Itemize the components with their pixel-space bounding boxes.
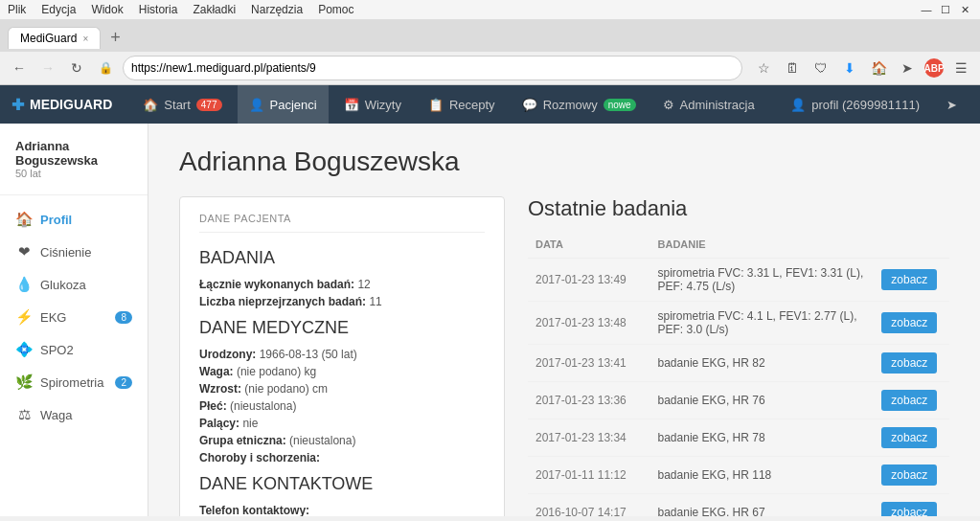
shield-icon[interactable]: 🛡 <box>809 57 832 79</box>
menu-historia[interactable]: Historia <box>139 3 178 16</box>
menu-zakladki[interactable]: Zakładki <box>193 3 236 16</box>
sidebar-item-spo2[interactable]: 💠 SPO2 <box>0 333 148 366</box>
bookmark-icon[interactable]: ☆ <box>752 57 775 79</box>
main-content: Adrianna Boguszewska Dane Pacjenta BADAN… <box>148 124 980 516</box>
back-button[interactable]: ← <box>8 57 31 79</box>
see-button-1[interactable]: zobacz <box>881 312 937 333</box>
nav-administracja[interactable]: ⚙ Administracja <box>651 85 766 124</box>
sidebar-item-spirometria[interactable]: 🌿 Spirometria 2 <box>0 366 148 398</box>
abp-icon[interactable]: ABP <box>924 58 944 78</box>
lock-icon: 🔒 <box>94 57 117 79</box>
table-row: 2017-01-23 13:34 badanie EKG, HR 78 zoba… <box>528 419 949 457</box>
cell-action: zobacz <box>874 259 949 302</box>
home-icon[interactable]: 🏠 <box>867 57 890 79</box>
address-input[interactable] <box>123 56 742 80</box>
studies-table: DATA BADANIE 2017-01-23 13:49 spirometri… <box>528 235 949 516</box>
see-button-2[interactable]: zobacz <box>881 352 937 374</box>
waga-icon: ⚖ <box>15 406 33 423</box>
cell-action: zobacz <box>874 494 949 517</box>
recent-studies: Ostatnie badania DATA BADANIE 2017-01-23… <box>528 196 949 516</box>
see-button-6[interactable]: zobacz <box>881 502 937 516</box>
dane-kontaktowe-heading: DANE KONTAKTOWE <box>199 474 485 494</box>
forward-button[interactable]: → <box>36 57 59 79</box>
nav-profil[interactable]: 👤 profil (2699981111) <box>779 85 931 124</box>
wizyty-icon: 📅 <box>344 98 359 112</box>
sidebar-item-ekg[interactable]: ⚡ EKG 8 <box>0 301 148 333</box>
table-row: 2017-01-23 13:49 spirometria FVC: 3.31 L… <box>528 259 949 302</box>
col-badanie: BADANIE <box>650 235 875 259</box>
table-row: 2016-10-07 14:17 badanie EKG, HR 67 zoba… <box>528 494 949 517</box>
nav-pacjenci[interactable]: 👤 Pacjenci <box>238 85 329 124</box>
ekg-icon: ⚡ <box>15 308 33 326</box>
logo-text: MEDIGUARD <box>30 97 112 112</box>
cell-action: zobacz <box>874 345 949 382</box>
menu-pomoc[interactable]: Pomoc <box>318 3 353 16</box>
cell-badanie: spirometria FVC: 4.1 L, FEV1: 2.77 (L), … <box>650 302 875 345</box>
close-button[interactable]: ✕ <box>957 2 972 17</box>
sidebar-item-glukoza[interactable]: 💧 Glukoza <box>0 268 148 301</box>
cell-date: 2017-01-23 13:49 <box>528 259 650 302</box>
sidebar-item-waga[interactable]: ⚖ Waga <box>0 398 148 431</box>
nav-start[interactable]: 🏠 Start 477 <box>131 85 233 124</box>
profil-sidebar-icon: 🏠 <box>15 211 33 228</box>
tab-bar: MediGuard × + <box>0 20 980 52</box>
card-title: Dane Pacjenta <box>199 213 485 233</box>
cell-badanie: badanie EKG, HR 78 <box>650 419 875 457</box>
home-nav-icon: 🏠 <box>143 98 158 112</box>
spirometria-icon: 🌿 <box>15 374 33 391</box>
see-button-5[interactable]: zobacz <box>881 464 937 486</box>
rozmowy-icon: 💬 <box>522 98 537 112</box>
app-nav: ✚ MEDIGUARD 🏠 Start 477 👤 Pacjenci 📅 Wiz… <box>0 85 980 124</box>
nav-share-icon[interactable]: ➤ <box>935 85 969 124</box>
menu-narzedzia[interactable]: Narzędzia <box>251 3 303 16</box>
nav-rozmowy[interactable]: 💬 Rozmowy nowe <box>511 85 648 124</box>
address-bar: ← → ↻ 🔒 ☆ 🗓 🛡 ⬇ 🏠 ➤ ABP ☰ <box>0 52 980 85</box>
minimize-button[interactable]: — <box>919 2 934 17</box>
main-layout: Adrianna Boguszewska 50 lat 🏠 Profil ❤ C… <box>0 124 980 516</box>
cell-badanie: badanie EKG, HR 118 <box>650 457 875 494</box>
reload-button[interactable]: ↻ <box>65 57 88 79</box>
menu-edycja[interactable]: Edycja <box>41 3 76 16</box>
nav-recepty[interactable]: 📋 Recepty <box>417 85 507 124</box>
two-col-layout: Dane Pacjenta BADANIA Łącznie wykonanych… <box>179 196 949 516</box>
dane-medyczne-heading: DANE MEDYCZNE <box>199 318 485 338</box>
cell-action: zobacz <box>874 419 949 457</box>
plec-row: Płeć: (nieustalona) <box>199 399 485 413</box>
telefon-row: Telefon kontaktowy: <box>199 504 485 516</box>
cell-badanie: spirometria FVC: 3.31 L, FEV1: 3.31 (L),… <box>650 259 875 302</box>
cell-date: 2017-01-23 13:41 <box>528 345 650 382</box>
new-tab-button[interactable]: + <box>103 24 128 52</box>
plus-icon: ✚ <box>11 96 24 114</box>
cell-badanie: badanie EKG, HR 82 <box>650 345 875 382</box>
tab-close-button[interactable]: × <box>82 34 88 44</box>
see-button-4[interactable]: zobacz <box>881 427 937 448</box>
nieprzejrzanych-row: Liczba nieprzejrzanych badań: 11 <box>199 295 485 308</box>
history-icon[interactable]: 🗓 <box>781 57 804 79</box>
sidebar: Adrianna Boguszewska 50 lat 🏠 Profil ❤ C… <box>0 124 148 516</box>
table-row: 2017-01-23 13:41 badanie EKG, HR 82 zoba… <box>528 345 949 382</box>
download-icon[interactable]: ⬇ <box>838 57 861 79</box>
cell-date: 2017-01-11 11:12 <box>528 457 650 494</box>
maximize-button[interactable]: ☐ <box>938 2 953 17</box>
see-button-3[interactable]: zobacz <box>881 390 937 411</box>
urodzony-row: Urodzony: 1966-08-13 (50 lat) <box>199 348 485 361</box>
choroby-row: Choroby i schorzenia: <box>199 451 485 464</box>
col-data: DATA <box>528 235 650 259</box>
app-logo: ✚ MEDIGUARD <box>11 96 112 114</box>
spo2-icon: 💠 <box>15 341 33 358</box>
cell-badanie: badanie EKG, HR 67 <box>650 494 875 517</box>
nav-wizyty[interactable]: 📅 Wizyty <box>332 85 413 124</box>
table-row: 2017-01-23 13:48 spirometria FVC: 4.1 L,… <box>528 302 949 345</box>
menu-plik[interactable]: Plik <box>8 3 26 16</box>
cell-date: 2017-01-23 13:34 <box>528 419 650 457</box>
see-button-0[interactable]: zobacz <box>881 269 937 290</box>
menu-widok[interactable]: Widok <box>91 3 123 16</box>
table-row: 2017-01-11 11:12 badanie EKG, HR 118 zob… <box>528 457 949 494</box>
send-icon[interactable]: ➤ <box>896 57 919 79</box>
sidebar-item-profil[interactable]: 🏠 Profil <box>0 203 148 236</box>
menu-icon[interactable]: ☰ <box>949 57 972 79</box>
sidebar-item-cisnienie[interactable]: ❤ Ciśnienie <box>0 236 148 268</box>
tab-mediguard[interactable]: MediGuard × <box>8 27 101 49</box>
recepty-icon: 📋 <box>428 98 444 112</box>
cell-date: 2017-01-23 13:48 <box>528 302 650 345</box>
